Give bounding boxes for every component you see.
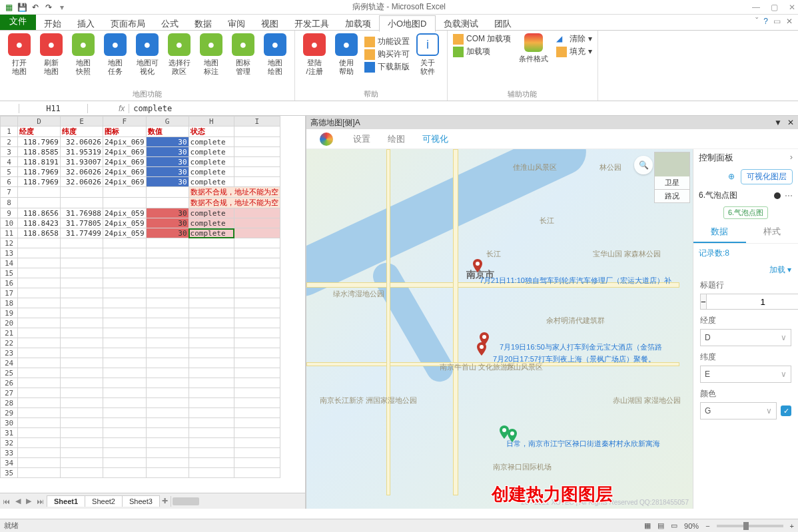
sheet-tab[interactable]: Sheet2 (85, 495, 123, 507)
ribbon-small-button[interactable]: 功能设置 (364, 36, 410, 47)
redo-icon[interactable]: ↷ (43, 1, 55, 13)
ribbon-button[interactable]: ●登陆 /注册 (300, 33, 328, 76)
com-addins-button[interactable]: COM 加载项 (453, 33, 511, 45)
titlebar: ▦ 💾 ↶ ↷ ▾ 病例轨迹 - Microsoft Excel — ▢ ✕ (0, 0, 798, 15)
layer-road[interactable]: 路况 (655, 189, 689, 202)
sheet-tab[interactable]: Sheet1 (47, 495, 85, 507)
ribbon-button[interactable]: ●地图 标注 (197, 33, 225, 76)
ribbon-button[interactable]: ●使用 帮助 (332, 33, 360, 76)
ribbon-tab[interactable]: 负载测试 (436, 16, 486, 31)
undo-icon[interactable]: ↶ (29, 1, 41, 13)
horizontal-scrollbar[interactable] (171, 496, 305, 507)
map-pin-icon[interactable] (473, 259, 482, 272)
close-workbook-icon[interactable]: ✕ (786, 17, 793, 26)
ribbon-tab[interactable]: 开始 (36, 16, 69, 31)
map-bubble-label[interactable]: 日常，南京市江宁区禄口街道秦村村永欣新寓海 (506, 439, 660, 449)
map-bubble-label[interactable]: 7月21日11:10独自驾车到轮库汽车修理厂（宏运大道店）补 (480, 276, 671, 286)
map-search-icon[interactable]: 🔍 (634, 156, 653, 174)
map-bubble-label[interactable]: 7月20日17:57打车到夜上海（景枫广场店）聚餐。 (493, 354, 655, 364)
layer-row[interactable]: 6.气泡点图 ⋯ (693, 187, 798, 204)
layer-satellite[interactable]: 卫星 (655, 176, 689, 189)
ribbon-tab[interactable]: 开发工具 (286, 16, 337, 31)
add-layer-icon[interactable]: ⊕ (728, 172, 735, 181)
view-normal-icon[interactable]: ▦ (644, 521, 651, 530)
ribbon-tab[interactable]: 公式 (153, 16, 187, 31)
control-subtab[interactable]: 数据 (693, 222, 746, 243)
ribbon-button[interactable]: ●选择行 政区 (165, 33, 193, 76)
ribbon-button[interactable]: ●地图 任务 (101, 33, 129, 76)
map-close-icon[interactable]: ✕ (787, 118, 794, 127)
lon-select[interactable]: D∨ (700, 329, 791, 346)
qat-dropdown-icon[interactable]: ▾ (56, 1, 68, 13)
name-box[interactable]: H11 (19, 104, 88, 113)
zoom-slider[interactable] (717, 525, 783, 527)
cell-grid[interactable]: DEFGHI1经度纬度图标数值状态2118.796932.0602624pix_… (0, 116, 305, 493)
formula-input[interactable]: complete (129, 104, 798, 113)
ribbon-tab[interactable]: 审阅 (220, 16, 253, 31)
sheet-nav-next-icon[interactable]: ▶ (23, 497, 34, 505)
map-pin-icon[interactable] (477, 342, 486, 356)
ribbon-tab[interactable]: 插入 (69, 16, 103, 31)
clear-button[interactable]: ◢清除 ▾ (556, 33, 592, 45)
sheet-tab[interactable]: Sheet3 (122, 495, 160, 507)
zoom-in-icon[interactable]: + (790, 522, 794, 530)
minimize-icon[interactable]: — (752, 3, 760, 12)
map-bubble-label[interactable]: 7月19日16:50与家人打车到金元宝大酒店（金箔路 (500, 342, 662, 352)
help-icon[interactable]: ? (763, 17, 768, 26)
cond-format-button[interactable]: 条件格式 (518, 33, 550, 63)
stepper-minus[interactable]: − (700, 294, 707, 310)
load-button[interactable]: 加载 (769, 265, 785, 274)
color-checkbox[interactable]: ✓ (781, 405, 791, 416)
ribbon-button[interactable]: ●图标 管理 (229, 33, 257, 76)
map-view[interactable]: 🔍 卫星 路况 20 - 2021 XOTEC | All Rights Res… (306, 149, 693, 509)
about-button[interactable]: i 关于 软件 (414, 33, 442, 76)
ribbon-group-label: 地图功能 (5, 88, 289, 99)
ribbon-tab[interactable]: 数据 (187, 16, 220, 31)
sheet-nav-prev-icon[interactable]: ◀ (13, 497, 23, 505)
zoom-out-icon[interactable]: − (705, 522, 709, 530)
map-dropdown-icon[interactable]: ▼ (774, 118, 782, 127)
ribbon-button[interactable]: ●打开 地图 (5, 33, 33, 76)
vis-layer-chip[interactable]: 可视化图层 (741, 169, 793, 184)
ribbon-tab[interactable]: 视图 (253, 16, 286, 31)
ribbon-small-button[interactable]: 购买许可 (364, 49, 410, 60)
ribbon-button[interactable]: ●刷新 地图 (37, 33, 65, 76)
sheet-nav-first-icon[interactable]: ⏮ (0, 497, 13, 505)
ribbon-button[interactable]: ●地图 绘图 (261, 33, 289, 76)
close-icon[interactable]: ✕ (789, 3, 795, 12)
maximize-icon[interactable]: ▢ (771, 3, 778, 12)
save-icon[interactable]: 💾 (16, 1, 28, 13)
load-dropdown-icon[interactable]: ▾ (787, 265, 791, 274)
ribbon-tab[interactable]: 加载项 (337, 16, 379, 31)
ribbon-small-button[interactable]: 下载新版 (364, 61, 410, 73)
fill-button[interactable]: 填充 ▾ (556, 46, 592, 57)
ribbon-button[interactable]: ●地图 快照 (69, 33, 97, 76)
layer-visibility-icon[interactable] (774, 192, 781, 199)
restore-window-icon[interactable]: ▭ (773, 17, 781, 26)
layer-name: 6.气泡点图 (699, 190, 737, 201)
lat-select[interactable]: E∨ (700, 366, 791, 383)
addins-button[interactable]: 加载项 (453, 46, 511, 57)
header-row-input[interactable] (707, 294, 798, 310)
new-sheet-icon[interactable]: ✚ (159, 497, 171, 505)
ribbon-tab[interactable]: 团队 (486, 16, 520, 31)
sheet-nav-last-icon[interactable]: ⏭ (34, 497, 47, 505)
ribbon-tab[interactable]: 小O地图D (379, 15, 436, 32)
fx-icon[interactable]: fx (115, 104, 129, 113)
ribbon-tab[interactable]: 页面布局 (103, 16, 153, 31)
ribbon-button[interactable]: ●地图可 视化 (133, 33, 161, 76)
map-pin-icon[interactable] (508, 429, 517, 442)
map-tab[interactable]: 可视化 (422, 134, 448, 144)
map-tab[interactable]: 绘图 (388, 134, 405, 144)
control-panel-expand-icon[interactable]: › (790, 152, 793, 164)
view-break-icon[interactable]: ▭ (671, 521, 677, 530)
layer-more-icon[interactable]: ⋯ (785, 191, 793, 200)
color-select[interactable]: G∨ (700, 402, 777, 419)
ribbon-min-icon[interactable]: ˇ (755, 17, 758, 26)
map-layer-switch[interactable]: 卫星 路况 (654, 152, 690, 203)
view-layout-icon[interactable]: ▤ (657, 521, 664, 530)
header-row-stepper[interactable]: − + (700, 294, 791, 310)
file-tab[interactable]: 文件 (0, 13, 36, 30)
map-tab[interactable]: 设置 (353, 134, 370, 144)
control-subtab[interactable]: 样式 (746, 222, 799, 243)
